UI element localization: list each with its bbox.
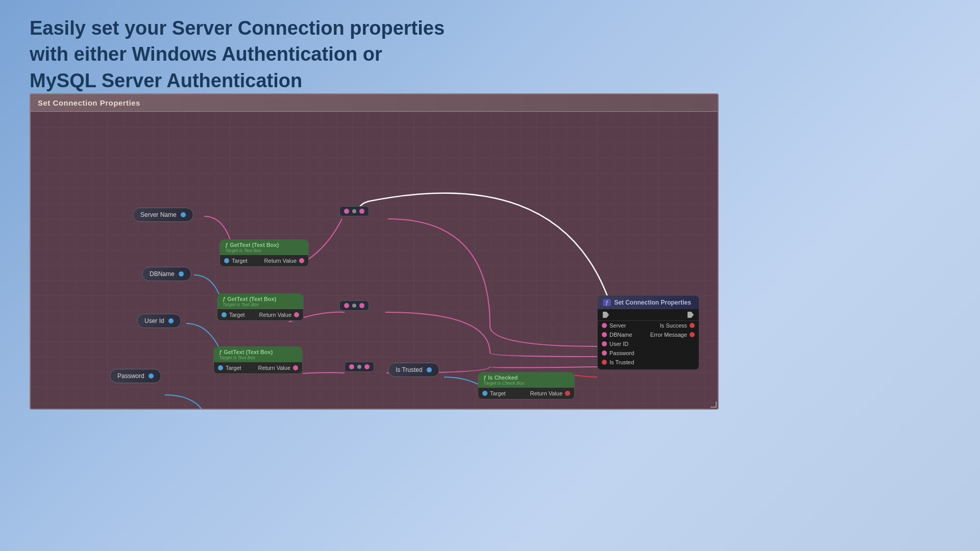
gettext3-return-dot xyxy=(293,365,298,370)
userid-label: User Id xyxy=(144,317,164,324)
server-name-label: Server Name xyxy=(140,211,177,218)
gettext2-return-label: Return Value xyxy=(259,312,291,318)
gettext2-header: ƒ GetText (Text Box) Target is Text Box xyxy=(217,294,303,309)
gettext2-return-dot xyxy=(294,312,299,317)
var-node-dbname[interactable]: DBName xyxy=(142,267,191,281)
dbname-pin xyxy=(179,271,184,277)
relay1-right-pin xyxy=(359,209,364,214)
gettext3-target-pin: Target xyxy=(218,365,241,371)
setconn-issuccess-label: Is Success xyxy=(660,322,687,329)
relay3-left-pin xyxy=(349,364,354,369)
gettext3-title: GetText (Text Box) xyxy=(224,349,273,355)
gettext3-target-label: Target xyxy=(226,365,241,371)
gettext-node-2[interactable]: ƒ GetText (Text Box) Target is Text Box … xyxy=(217,293,304,321)
setconn-errormsg-dot xyxy=(690,332,695,337)
setconn-pin-istrusted: Is Trusted xyxy=(598,358,699,369)
dbname-label: DBName xyxy=(150,270,175,278)
header-text: Easily set your Server Connection proper… xyxy=(30,15,445,94)
relay2-left-pin xyxy=(344,303,349,308)
istrusted-label: Is Trusted xyxy=(396,366,423,373)
setconn-title: Set Connection Properties xyxy=(614,299,691,306)
relay1-mid-pin xyxy=(352,209,356,213)
var-node-userid[interactable]: User Id xyxy=(137,314,181,328)
gettext3-subtitle: Target is Text Box xyxy=(219,355,297,360)
var-node-password[interactable]: Password xyxy=(110,369,161,383)
ischecked-node[interactable]: ƒ Is Checked Target is Check Box Target … xyxy=(478,372,575,399)
var-node-server-name[interactable]: Server Name xyxy=(133,208,193,222)
gettext3-return-label: Return Value xyxy=(258,365,290,371)
gettext1-return-dot xyxy=(299,258,304,263)
gettext2-return-pin: Return Value xyxy=(259,312,299,318)
ischecked-return-dot xyxy=(565,391,570,396)
setconn-exec-out xyxy=(688,312,694,318)
gettext1-header: ƒ GetText (Text Box) Target is Text Box xyxy=(220,240,308,255)
gettext1-target-label: Target xyxy=(232,258,248,264)
setconn-header: ƒ Set Connection Properties xyxy=(598,296,699,309)
setconn-dbname-dot xyxy=(602,332,607,337)
corner-resize[interactable] xyxy=(710,402,717,408)
ischecked-title: Is Checked xyxy=(488,374,518,381)
gettext3-return-pin: Return Value xyxy=(258,365,298,371)
setconn-pin-server: Server Is Success xyxy=(598,321,699,330)
password-pin xyxy=(149,373,154,379)
setconn-issuccess-dot xyxy=(690,323,695,328)
setconn-exec-in xyxy=(603,312,609,318)
ischecked-return-label: Return Value xyxy=(530,390,562,396)
gettext1-return-pin: Return Value xyxy=(264,258,304,264)
relay3-mid-pin xyxy=(357,365,361,369)
userid-pin xyxy=(168,318,174,323)
ischecked-target-dot xyxy=(482,391,487,396)
setconn-errormsg-label: Error Message xyxy=(650,332,687,338)
ischecked-return-pin: Return Value xyxy=(530,390,570,396)
setconn-server-label: Server xyxy=(609,322,626,329)
setconn-pin-userid: User ID xyxy=(598,339,699,348)
setconn-node[interactable]: ƒ Set Connection Properties Server Is Su… xyxy=(597,295,699,370)
var-node-istrusted[interactable]: Is Trusted xyxy=(388,363,439,377)
setconn-pin-dbname: DBName Error Message xyxy=(598,330,699,339)
ischecked-target-label: Target xyxy=(490,390,506,396)
blueprint-canvas[interactable]: Server Name DBName User Id Password Is T… xyxy=(31,112,718,409)
gettext2-target-label: Target xyxy=(229,312,245,318)
relay3-right-pin xyxy=(364,364,370,369)
gettext1-subtitle: Target is Text Box xyxy=(225,248,303,253)
gettext-node-1[interactable]: ƒ GetText (Text Box) Target is Text Box … xyxy=(219,239,309,267)
setconn-istrusted-dot xyxy=(602,360,607,365)
header-line2: with either Windows Authentication or xyxy=(30,41,445,67)
setconn-userid-dot xyxy=(602,341,607,346)
header-line3: MySQL Server Authentication xyxy=(30,68,445,94)
gettext3-target-dot xyxy=(218,365,223,370)
header-line1: Easily set your Server Connection proper… xyxy=(30,15,445,41)
ischecked-target-pin: Target xyxy=(482,390,506,396)
relay-node-1[interactable] xyxy=(339,206,369,216)
gettext3-header: ƒ GetText (Text Box) Target is Text Box xyxy=(214,347,302,362)
gettext1-target-pin: Target xyxy=(224,258,248,264)
blueprint-container: Set Connection Properties xyxy=(30,93,719,410)
setconn-istrusted-label: Is Trusted xyxy=(609,359,634,365)
gettext2-target-dot xyxy=(222,312,227,317)
setconn-password-label: Password xyxy=(609,350,634,356)
setconn-exec-row xyxy=(598,309,699,321)
blueprint-titlebar: Set Connection Properties xyxy=(31,94,718,112)
relay-node-3[interactable] xyxy=(345,362,374,372)
setconn-userid-label: User ID xyxy=(609,341,628,347)
setconn-dbname-label: DBName xyxy=(609,332,632,338)
ischecked-header: ƒ Is Checked Target is Check Box xyxy=(478,372,574,388)
setconn-pin-password: Password xyxy=(598,348,699,358)
relay1-left-pin xyxy=(344,209,349,214)
ischecked-subtitle: Target is Check Box xyxy=(483,381,569,386)
setconn-password-dot xyxy=(602,350,607,356)
gettext-node-3[interactable]: ƒ GetText (Text Box) Target is Text Box … xyxy=(213,346,303,374)
gettext2-subtitle: Target is Text Box xyxy=(223,302,298,307)
relay2-right-pin xyxy=(359,303,364,308)
relay-node-2[interactable] xyxy=(339,300,369,311)
setconn-server-dot xyxy=(602,323,607,328)
relay2-mid-pin xyxy=(352,304,356,308)
blueprint-title: Set Connection Properties xyxy=(38,98,140,107)
gettext1-title: GetText (Text Box) xyxy=(230,242,279,248)
gettext2-title: GetText (Text Box) xyxy=(227,296,276,302)
setconn-badge: ƒ xyxy=(603,299,611,306)
gettext1-return-label: Return Value xyxy=(264,258,297,264)
gettext1-target-dot xyxy=(224,258,229,263)
istrusted-pin xyxy=(427,367,432,372)
server-name-pin xyxy=(181,212,186,217)
